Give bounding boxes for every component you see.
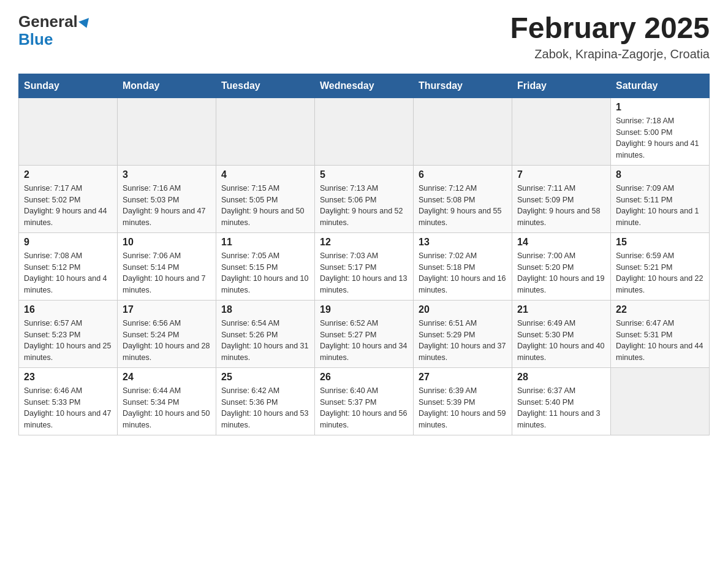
calendar-day: 6Sunrise: 7:12 AM Sunset: 5:08 PM Daylig… <box>414 165 512 232</box>
calendar-week-2: 2Sunrise: 7:17 AM Sunset: 5:02 PM Daylig… <box>19 165 710 232</box>
day-number: 4 <box>221 169 309 180</box>
col-saturday: Saturday <box>611 74 710 98</box>
calendar-day <box>512 98 611 165</box>
day-number: 21 <box>517 304 605 315</box>
day-info: Sunrise: 7:09 AM Sunset: 5:11 PM Dayligh… <box>616 183 704 229</box>
day-info: Sunrise: 6:56 AM Sunset: 5:24 PM Dayligh… <box>123 318 211 364</box>
calendar-day <box>19 98 118 165</box>
calendar-day: 16Sunrise: 6:57 AM Sunset: 5:23 PM Dayli… <box>19 300 118 367</box>
calendar-day: 23Sunrise: 6:46 AM Sunset: 5:33 PM Dayli… <box>19 367 118 435</box>
calendar-day: 17Sunrise: 6:56 AM Sunset: 5:24 PM Dayli… <box>118 300 216 367</box>
day-number: 14 <box>517 237 605 248</box>
calendar-day <box>315 98 414 165</box>
calendar-day <box>216 98 315 165</box>
col-thursday: Thursday <box>414 74 512 98</box>
day-number: 5 <box>320 169 408 180</box>
calendar-day: 2Sunrise: 7:17 AM Sunset: 5:02 PM Daylig… <box>19 165 118 232</box>
day-number: 27 <box>419 372 507 383</box>
day-info: Sunrise: 6:42 AM Sunset: 5:36 PM Dayligh… <box>221 385 309 431</box>
calendar-day: 10Sunrise: 7:06 AM Sunset: 5:14 PM Dayli… <box>118 232 216 300</box>
calendar-day: 21Sunrise: 6:49 AM Sunset: 5:30 PM Dayli… <box>512 300 611 367</box>
calendar-week-3: 9Sunrise: 7:08 AM Sunset: 5:12 PM Daylig… <box>19 232 710 300</box>
day-info: Sunrise: 7:11 AM Sunset: 5:09 PM Dayligh… <box>517 183 605 229</box>
day-info: Sunrise: 7:06 AM Sunset: 5:14 PM Dayligh… <box>123 250 211 296</box>
day-number: 16 <box>24 304 112 315</box>
day-number: 12 <box>320 237 408 248</box>
calendar-day: 13Sunrise: 7:02 AM Sunset: 5:18 PM Dayli… <box>414 232 512 300</box>
day-info: Sunrise: 6:51 AM Sunset: 5:29 PM Dayligh… <box>419 318 507 364</box>
calendar-day: 14Sunrise: 7:00 AM Sunset: 5:20 PM Dayli… <box>512 232 611 300</box>
day-info: Sunrise: 6:47 AM Sunset: 5:31 PM Dayligh… <box>616 318 704 364</box>
calendar-header-row: Sunday Monday Tuesday Wednesday Thursday… <box>19 74 710 98</box>
day-number: 6 <box>419 169 507 180</box>
day-number: 8 <box>616 169 704 180</box>
logo-blue-text: Blue <box>18 30 53 49</box>
day-number: 24 <box>123 372 211 383</box>
day-info: Sunrise: 7:18 AM Sunset: 5:00 PM Dayligh… <box>616 115 704 161</box>
day-info: Sunrise: 7:15 AM Sunset: 5:05 PM Dayligh… <box>221 183 309 229</box>
calendar-day <box>611 367 710 435</box>
day-info: Sunrise: 6:44 AM Sunset: 5:34 PM Dayligh… <box>123 385 211 431</box>
col-sunday: Sunday <box>19 74 118 98</box>
day-number: 19 <box>320 304 408 315</box>
calendar-day: 26Sunrise: 6:40 AM Sunset: 5:37 PM Dayli… <box>315 367 414 435</box>
day-info: Sunrise: 6:39 AM Sunset: 5:39 PM Dayligh… <box>419 385 507 431</box>
day-number: 28 <box>517 372 605 383</box>
calendar-day: 3Sunrise: 7:16 AM Sunset: 5:03 PM Daylig… <box>118 165 216 232</box>
day-number: 1 <box>616 102 704 113</box>
calendar-day: 1Sunrise: 7:18 AM Sunset: 5:00 PM Daylig… <box>611 98 710 165</box>
day-number: 20 <box>419 304 507 315</box>
day-number: 11 <box>221 237 309 248</box>
day-info: Sunrise: 7:08 AM Sunset: 5:12 PM Dayligh… <box>24 250 112 296</box>
day-number: 26 <box>320 372 408 383</box>
day-number: 25 <box>221 372 309 383</box>
day-info: Sunrise: 7:17 AM Sunset: 5:02 PM Dayligh… <box>24 183 112 229</box>
day-info: Sunrise: 6:46 AM Sunset: 5:33 PM Dayligh… <box>24 385 112 431</box>
day-info: Sunrise: 7:16 AM Sunset: 5:03 PM Dayligh… <box>123 183 211 229</box>
day-info: Sunrise: 6:54 AM Sunset: 5:26 PM Dayligh… <box>221 318 309 364</box>
location-subtitle: Zabok, Krapina-Zagorje, Croatia <box>510 47 710 61</box>
calendar-day: 24Sunrise: 6:44 AM Sunset: 5:34 PM Dayli… <box>118 367 216 435</box>
day-number: 23 <box>24 372 112 383</box>
day-number: 22 <box>616 304 704 315</box>
calendar-day <box>414 98 512 165</box>
day-info: Sunrise: 7:12 AM Sunset: 5:08 PM Dayligh… <box>419 183 507 229</box>
title-area: February 2025 Zabok, Krapina-Zagorje, Cr… <box>510 12 710 61</box>
day-info: Sunrise: 6:49 AM Sunset: 5:30 PM Dayligh… <box>517 318 605 364</box>
calendar-day: 5Sunrise: 7:13 AM Sunset: 5:06 PM Daylig… <box>315 165 414 232</box>
calendar-day: 19Sunrise: 6:52 AM Sunset: 5:27 PM Dayli… <box>315 300 414 367</box>
day-info: Sunrise: 6:37 AM Sunset: 5:40 PM Dayligh… <box>517 385 605 431</box>
col-wednesday: Wednesday <box>315 74 414 98</box>
logo-general-text: General <box>18 12 78 31</box>
day-number: 10 <box>123 237 211 248</box>
calendar-day: 20Sunrise: 6:51 AM Sunset: 5:29 PM Dayli… <box>414 300 512 367</box>
calendar-day: 9Sunrise: 7:08 AM Sunset: 5:12 PM Daylig… <box>19 232 118 300</box>
day-info: Sunrise: 7:13 AM Sunset: 5:06 PM Dayligh… <box>320 183 408 229</box>
calendar-table: Sunday Monday Tuesday Wednesday Thursday… <box>18 74 710 435</box>
calendar-day: 18Sunrise: 6:54 AM Sunset: 5:26 PM Dayli… <box>216 300 315 367</box>
day-info: Sunrise: 6:40 AM Sunset: 5:37 PM Dayligh… <box>320 385 408 431</box>
day-info: Sunrise: 6:57 AM Sunset: 5:23 PM Dayligh… <box>24 318 112 364</box>
calendar-day: 4Sunrise: 7:15 AM Sunset: 5:05 PM Daylig… <box>216 165 315 232</box>
day-number: 15 <box>616 237 704 248</box>
col-friday: Friday <box>512 74 611 98</box>
calendar-day: 25Sunrise: 6:42 AM Sunset: 5:36 PM Dayli… <box>216 367 315 435</box>
day-info: Sunrise: 7:02 AM Sunset: 5:18 PM Dayligh… <box>419 250 507 296</box>
logo-triangle-icon <box>78 18 92 29</box>
day-info: Sunrise: 7:00 AM Sunset: 5:20 PM Dayligh… <box>517 250 605 296</box>
day-number: 2 <box>24 169 112 180</box>
day-number: 7 <box>517 169 605 180</box>
day-number: 18 <box>221 304 309 315</box>
calendar-day: 28Sunrise: 6:37 AM Sunset: 5:40 PM Dayli… <box>512 367 611 435</box>
calendar-week-5: 23Sunrise: 6:46 AM Sunset: 5:33 PM Dayli… <box>19 367 710 435</box>
col-monday: Monday <box>118 74 216 98</box>
day-number: 3 <box>123 169 211 180</box>
day-number: 17 <box>123 304 211 315</box>
calendar-day: 22Sunrise: 6:47 AM Sunset: 5:31 PM Dayli… <box>611 300 710 367</box>
calendar-day: 15Sunrise: 6:59 AM Sunset: 5:21 PM Dayli… <box>611 232 710 300</box>
calendar-week-4: 16Sunrise: 6:57 AM Sunset: 5:23 PM Dayli… <box>19 300 710 367</box>
col-tuesday: Tuesday <box>216 74 315 98</box>
logo: General Blue <box>18 12 91 49</box>
calendar-day: 8Sunrise: 7:09 AM Sunset: 5:11 PM Daylig… <box>611 165 710 232</box>
day-number: 9 <box>24 237 112 248</box>
